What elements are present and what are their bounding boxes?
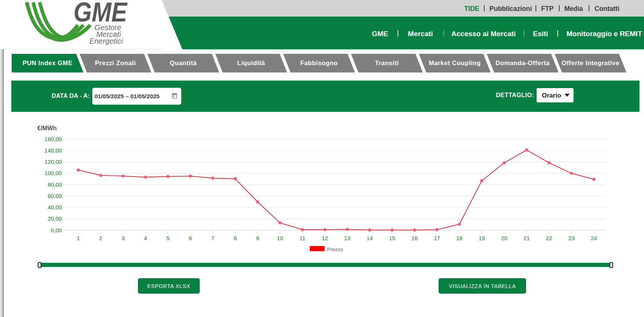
svg-text:17: 17 bbox=[434, 235, 440, 241]
svg-text:20: 20 bbox=[501, 235, 508, 241]
svg-text:Energetici: Energetici bbox=[89, 37, 123, 45]
svg-text:6: 6 bbox=[189, 235, 192, 241]
svg-text:2: 2 bbox=[99, 235, 102, 241]
svg-text:14: 14 bbox=[367, 235, 373, 241]
svg-text:19: 19 bbox=[479, 235, 485, 241]
svg-text:22: 22 bbox=[546, 235, 552, 241]
svg-text:80,00: 80,00 bbox=[47, 181, 62, 188]
svg-text:18: 18 bbox=[456, 235, 463, 241]
svg-text:40,00: 40,00 bbox=[47, 204, 62, 210]
svg-text:8: 8 bbox=[234, 235, 237, 241]
svg-text:12: 12 bbox=[322, 235, 328, 241]
svg-text:4: 4 bbox=[144, 235, 147, 241]
svg-text:10: 10 bbox=[277, 235, 283, 241]
svg-text:140,00: 140,00 bbox=[44, 147, 62, 154]
svg-text:11: 11 bbox=[300, 235, 306, 241]
svg-text:120,00: 120,00 bbox=[44, 158, 62, 165]
svg-text:100,00: 100,00 bbox=[44, 170, 62, 176]
svg-text:160,00: 160,00 bbox=[44, 136, 62, 142]
svg-text:21: 21 bbox=[523, 235, 530, 241]
svg-text:Prezzo: Prezzo bbox=[327, 247, 343, 252]
svg-text:€/MWh: €/MWh bbox=[37, 125, 57, 131]
svg-text:5: 5 bbox=[166, 235, 169, 241]
svg-text:3: 3 bbox=[121, 235, 124, 241]
svg-text:7: 7 bbox=[211, 235, 214, 241]
svg-text:24: 24 bbox=[591, 235, 597, 241]
svg-text:0,00: 0,00 bbox=[51, 227, 62, 233]
svg-text:23: 23 bbox=[568, 235, 575, 241]
svg-text:1: 1 bbox=[76, 235, 80, 241]
svg-text:13: 13 bbox=[344, 235, 350, 241]
svg-text:9: 9 bbox=[256, 235, 259, 241]
svg-text:60,00: 60,00 bbox=[47, 193, 62, 199]
svg-text:15: 15 bbox=[389, 235, 395, 241]
svg-text:20,00: 20,00 bbox=[47, 215, 62, 222]
svg-text:16: 16 bbox=[411, 235, 418, 241]
